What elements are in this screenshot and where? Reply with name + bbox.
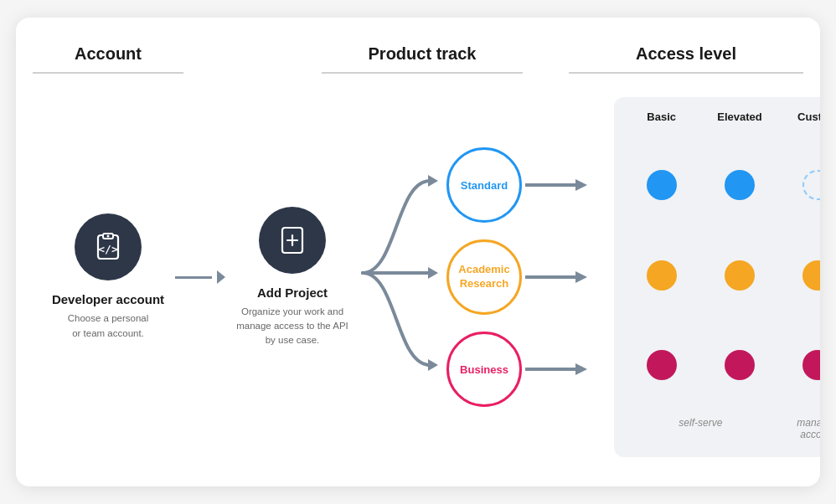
account-header-col: Account bbox=[24, 44, 192, 74]
developer-account-desc: Choose a personalor team account. bbox=[68, 311, 149, 341]
access-row-academic bbox=[622, 230, 820, 321]
dot-academic-elevated bbox=[725, 260, 755, 291]
svg-marker-13 bbox=[575, 271, 587, 283]
account-section: </> Developer account Choose a personalo… bbox=[41, 213, 175, 341]
access-footer: self-serve managedaccount bbox=[622, 417, 820, 440]
track-standard-label: Standard bbox=[461, 179, 508, 192]
dot-academic-custom bbox=[802, 260, 820, 291]
track-business-label: Business bbox=[460, 363, 508, 376]
dot-business-custom bbox=[802, 350, 820, 380]
dot-standard-basic bbox=[647, 170, 677, 200]
add-project-desc: Organize your work andmanage access to t… bbox=[236, 305, 348, 348]
access-col-basic: Basic bbox=[628, 111, 695, 123]
developer-account-icon-circle: </> bbox=[75, 213, 142, 280]
access-header-col: Access level bbox=[552, 44, 820, 74]
developer-account-title: Developer account bbox=[52, 292, 164, 306]
track-academic-label: AcademicResearch bbox=[458, 263, 509, 291]
track-standard-circle: Standard bbox=[446, 147, 522, 223]
access-col-elevated: Elevated bbox=[706, 111, 773, 123]
access-row-standard bbox=[622, 140, 820, 230]
branch-svg bbox=[363, 135, 446, 411]
arrow-account-to-project bbox=[175, 270, 225, 284]
track-academic-circle: AcademicResearch bbox=[446, 239, 522, 315]
dot-business-basic bbox=[647, 350, 677, 380]
diagram-container: Account Product track Access level </> bbox=[16, 18, 820, 486]
main-content: </> Developer account Choose a personalo… bbox=[16, 101, 820, 453]
account-header-title: Account bbox=[75, 44, 142, 64]
dot-standard-custom bbox=[802, 170, 820, 200]
access-header-title: Access level bbox=[636, 44, 736, 64]
add-project-title: Add Project bbox=[257, 285, 328, 300]
headers-row: Account Product track Access level bbox=[16, 18, 820, 74]
code-icon: </> bbox=[91, 230, 125, 264]
access-panel: Basic Elevated Custom bbox=[614, 97, 820, 457]
dot-standard-elevated bbox=[725, 170, 755, 200]
svg-point-3 bbox=[107, 235, 110, 238]
footer-managed-account: managedaccount bbox=[779, 417, 820, 440]
add-project-icon-circle bbox=[259, 207, 326, 274]
dot-academic-basic bbox=[647, 260, 677, 291]
arrowhead-1 bbox=[217, 270, 225, 284]
access-row-business bbox=[622, 320, 820, 410]
arrow-standard-svg bbox=[525, 175, 592, 195]
tracks-section: Standard AcademicResearch bbox=[446, 139, 614, 415]
footer-self-serve: self-serve bbox=[622, 417, 779, 440]
access-col-headers: Basic Elevated Custom bbox=[622, 111, 820, 123]
access-col-custom: Custom bbox=[784, 111, 820, 123]
account-header-line bbox=[33, 72, 183, 74]
svg-marker-15 bbox=[575, 363, 587, 375]
track-header-title: Product track bbox=[369, 44, 477, 64]
arrow-business-svg bbox=[525, 359, 592, 379]
track-row-academic: AcademicResearch bbox=[446, 231, 592, 323]
svg-text:</>: </> bbox=[98, 243, 118, 255]
track-row-business: Business bbox=[446, 323, 592, 415]
track-row-standard: Standard bbox=[446, 139, 592, 231]
track-header-col: Product track bbox=[292, 44, 552, 74]
dot-business-elevated bbox=[725, 350, 755, 380]
svg-marker-9 bbox=[428, 359, 438, 371]
svg-marker-8 bbox=[428, 267, 438, 279]
track-business-circle: Business bbox=[446, 332, 522, 407]
access-header-line bbox=[569, 72, 803, 74]
arrow-academic-svg bbox=[525, 267, 592, 287]
access-rows bbox=[622, 140, 820, 410]
project-section: Add Project Organize your work andmanage… bbox=[234, 207, 351, 348]
add-file-icon bbox=[276, 224, 309, 257]
svg-marker-7 bbox=[428, 175, 438, 187]
arrow-line-1 bbox=[175, 276, 212, 279]
svg-marker-11 bbox=[575, 179, 587, 191]
track-header-line bbox=[322, 72, 523, 74]
